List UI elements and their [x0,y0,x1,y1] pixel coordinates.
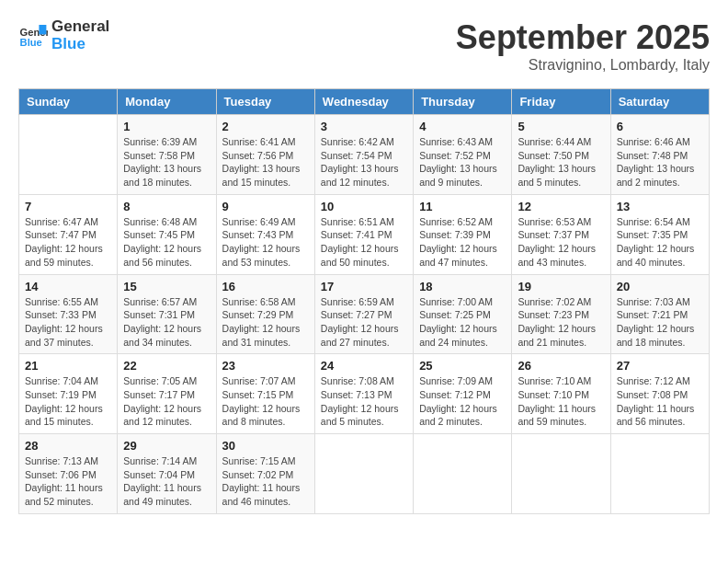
day-number: 1 [123,120,210,133]
day-number: 14 [25,280,111,293]
calendar-cell: 7Sunrise: 6:47 AMSunset: 7:47 PMDaylight… [19,194,118,274]
day-number: 4 [419,120,506,133]
day-detail: Sunrise: 6:53 AMSunset: 7:37 PMDaylight:… [518,215,604,270]
calendar-cell [19,115,118,195]
day-number: 23 [222,359,309,373]
logo-icon: General Blue [18,21,48,51]
day-detail: Sunrise: 7:12 AMSunset: 7:08 PMDaylight:… [617,374,703,429]
day-number: 12 [518,200,604,213]
calendar-week-3: 14Sunrise: 6:55 AMSunset: 7:33 PMDayligh… [19,274,710,354]
day-detail: Sunrise: 6:51 AMSunset: 7:41 PMDaylight:… [321,215,407,270]
day-number: 28 [25,439,111,453]
calendar-cell: 24Sunrise: 7:08 AMSunset: 7:13 PMDayligh… [314,354,413,434]
location-title: Stravignino, Lombardy, Italy [456,57,710,74]
day-number: 9 [222,200,309,213]
header-friday: Friday [512,89,610,115]
calendar-cell [610,434,709,514]
logo-blue-text: Blue [51,36,109,53]
day-detail: Sunrise: 6:46 AMSunset: 7:48 PMDaylight:… [617,135,703,190]
day-detail: Sunrise: 6:54 AMSunset: 7:35 PMDaylight:… [617,215,703,270]
title-block: September 2025 Stravignino, Lombardy, It… [456,18,710,74]
calendar-body: 1Sunrise: 6:39 AMSunset: 7:58 PMDaylight… [19,115,710,514]
calendar-cell: 27Sunrise: 7:12 AMSunset: 7:08 PMDayligh… [610,354,709,434]
svg-marker-2 [39,25,46,34]
header-thursday: Thursday [414,89,512,115]
day-detail: Sunrise: 6:59 AMSunset: 7:27 PMDaylight:… [321,295,407,350]
day-detail: Sunrise: 7:14 AMSunset: 7:04 PMDaylight:… [123,454,210,509]
day-detail: Sunrise: 7:02 AMSunset: 7:23 PMDaylight:… [518,295,604,350]
day-detail: Sunrise: 7:07 AMSunset: 7:15 PMDaylight:… [222,374,309,429]
calendar-week-2: 7Sunrise: 6:47 AMSunset: 7:47 PMDaylight… [19,194,710,274]
day-number: 29 [123,439,210,453]
header-wednesday: Wednesday [314,89,413,115]
day-detail: Sunrise: 6:52 AMSunset: 7:39 PMDaylight:… [419,215,506,270]
day-number: 21 [25,359,111,373]
calendar-cell: 9Sunrise: 6:49 AMSunset: 7:43 PMDaylight… [216,194,314,274]
calendar-cell: 30Sunrise: 7:15 AMSunset: 7:02 PMDayligh… [216,434,314,514]
calendar-cell: 20Sunrise: 7:03 AMSunset: 7:21 PMDayligh… [610,274,709,354]
calendar-cell: 15Sunrise: 6:57 AMSunset: 7:31 PMDayligh… [118,274,216,354]
day-number: 20 [617,280,703,293]
day-detail: Sunrise: 7:15 AMSunset: 7:02 PMDaylight:… [222,454,309,509]
calendar-table: SundayMondayTuesdayWednesdayThursdayFrid… [18,88,710,514]
day-detail: Sunrise: 7:10 AMSunset: 7:10 PMDaylight:… [518,374,604,429]
calendar-cell: 23Sunrise: 7:07 AMSunset: 7:15 PMDayligh… [216,354,314,434]
calendar-week-4: 21Sunrise: 7:04 AMSunset: 7:19 PMDayligh… [19,354,710,434]
day-number: 10 [321,200,407,213]
day-number: 19 [518,280,604,293]
day-number: 26 [518,359,604,373]
day-detail: Sunrise: 6:41 AMSunset: 7:56 PMDaylight:… [222,135,309,190]
calendar-week-1: 1Sunrise: 6:39 AMSunset: 7:58 PMDaylight… [19,115,710,195]
day-detail: Sunrise: 6:47 AMSunset: 7:47 PMDaylight:… [25,215,111,270]
day-number: 6 [617,120,703,133]
day-number: 5 [518,120,604,133]
calendar-cell: 1Sunrise: 6:39 AMSunset: 7:58 PMDaylight… [118,115,216,195]
calendar-cell: 22Sunrise: 7:05 AMSunset: 7:17 PMDayligh… [118,354,216,434]
day-detail: Sunrise: 7:00 AMSunset: 7:25 PMDaylight:… [419,295,506,350]
calendar-cell: 25Sunrise: 7:09 AMSunset: 7:12 PMDayligh… [414,354,512,434]
day-number: 16 [222,280,309,293]
day-detail: Sunrise: 6:49 AMSunset: 7:43 PMDaylight:… [222,215,309,270]
calendar-cell: 16Sunrise: 6:58 AMSunset: 7:29 PMDayligh… [216,274,314,354]
calendar-cell: 26Sunrise: 7:10 AMSunset: 7:10 PMDayligh… [512,354,610,434]
day-number: 13 [617,200,703,213]
day-detail: Sunrise: 6:58 AMSunset: 7:29 PMDaylight:… [222,295,309,350]
day-detail: Sunrise: 6:57 AMSunset: 7:31 PMDaylight:… [123,295,210,350]
month-title: September 2025 [456,18,710,57]
calendar-cell: 28Sunrise: 7:13 AMSunset: 7:06 PMDayligh… [19,434,118,514]
calendar-cell: 29Sunrise: 7:14 AMSunset: 7:04 PMDayligh… [118,434,216,514]
calendar-cell: 10Sunrise: 6:51 AMSunset: 7:41 PMDayligh… [314,194,413,274]
day-number: 22 [123,359,210,373]
calendar-cell: 18Sunrise: 7:00 AMSunset: 7:25 PMDayligh… [414,274,512,354]
day-detail: Sunrise: 6:39 AMSunset: 7:58 PMDaylight:… [123,135,210,190]
calendar-header-row: SundayMondayTuesdayWednesdayThursdayFrid… [19,89,710,115]
header-sunday: Sunday [19,89,118,115]
day-number: 24 [321,359,407,373]
day-detail: Sunrise: 7:09 AMSunset: 7:12 PMDaylight:… [419,374,506,429]
day-number: 2 [222,120,309,133]
calendar-cell: 21Sunrise: 7:04 AMSunset: 7:19 PMDayligh… [19,354,118,434]
calendar-cell [512,434,610,514]
day-detail: Sunrise: 6:43 AMSunset: 7:52 PMDaylight:… [419,135,506,190]
page-header: General Blue General Blue September 2025… [18,18,710,74]
day-number: 17 [321,280,407,293]
calendar-cell: 17Sunrise: 6:59 AMSunset: 7:27 PMDayligh… [314,274,413,354]
header-saturday: Saturday [610,89,709,115]
day-detail: Sunrise: 7:04 AMSunset: 7:19 PMDaylight:… [25,374,111,429]
calendar-cell: 3Sunrise: 6:42 AMSunset: 7:54 PMDaylight… [314,115,413,195]
day-detail: Sunrise: 7:08 AMSunset: 7:13 PMDaylight:… [321,374,407,429]
day-detail: Sunrise: 6:44 AMSunset: 7:50 PMDaylight:… [518,135,604,190]
day-detail: Sunrise: 6:42 AMSunset: 7:54 PMDaylight:… [321,135,407,190]
calendar-cell: 12Sunrise: 6:53 AMSunset: 7:37 PMDayligh… [512,194,610,274]
day-detail: Sunrise: 7:03 AMSunset: 7:21 PMDaylight:… [617,295,703,350]
day-number: 18 [419,280,506,293]
svg-text:Blue: Blue [20,37,42,48]
day-number: 15 [123,280,210,293]
calendar-cell: 4Sunrise: 6:43 AMSunset: 7:52 PMDaylight… [414,115,512,195]
day-number: 30 [222,439,309,453]
day-number: 3 [321,120,407,133]
calendar-cell: 19Sunrise: 7:02 AMSunset: 7:23 PMDayligh… [512,274,610,354]
day-detail: Sunrise: 7:05 AMSunset: 7:17 PMDaylight:… [123,374,210,429]
logo-general-text: General [51,18,109,36]
calendar-cell: 6Sunrise: 6:46 AMSunset: 7:48 PMDaylight… [610,115,709,195]
